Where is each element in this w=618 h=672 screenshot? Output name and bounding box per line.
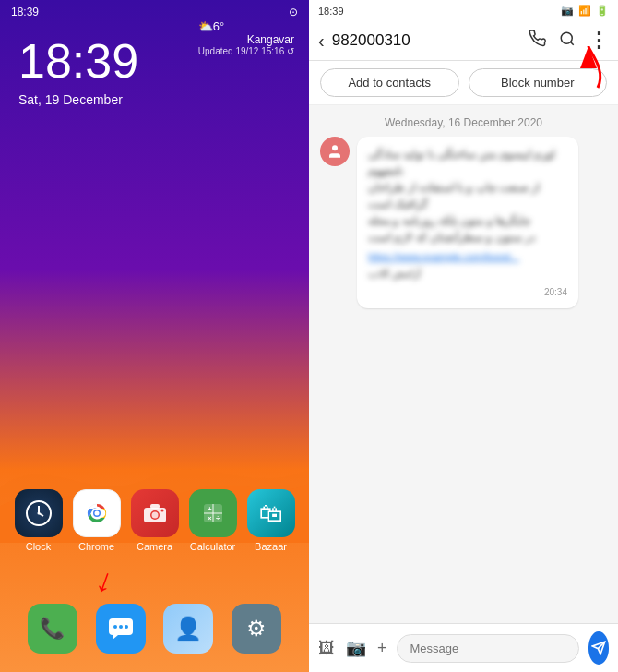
calculator-icon: + - × ÷ xyxy=(189,489,237,537)
message-text-line1: لورم ایپسوم متن ساختگی با تولید سادگی نا… xyxy=(368,148,555,177)
camera-attach-icon[interactable]: 📷 xyxy=(346,638,366,658)
svg-point-8 xyxy=(94,511,99,516)
app-chrome[interactable]: Chrome xyxy=(70,489,124,552)
message-text-line4: در ستون و سطرآنچنان که لازم است xyxy=(368,231,535,244)
svg-point-23 xyxy=(119,625,123,629)
right-status-bar: 18:39 📷 📶 🔋 xyxy=(309,0,618,21)
app-calculator[interactable]: + - × ÷ Calculator xyxy=(186,489,240,552)
right-time: 18:39 xyxy=(318,6,344,17)
weather-updated: Updated 19/12 15:16 ↺ xyxy=(198,46,294,56)
svg-point-3 xyxy=(37,512,40,515)
back-button[interactable]: ‹ xyxy=(318,30,325,52)
camera-icon xyxy=(131,489,179,537)
send-button[interactable] xyxy=(588,631,609,665)
dock-phone[interactable]: 📞 xyxy=(28,604,77,654)
clock-icon xyxy=(15,489,63,537)
left-panel: 18:39 ⊙ 18:39 Sat, 19 December ⛅ 6 ° Kan… xyxy=(0,0,309,672)
weather-city: Kangavar xyxy=(198,33,294,46)
sender-avatar xyxy=(320,137,350,166)
bottom-dock: 📞 👤 ⚙ xyxy=(0,604,309,654)
signal-icon-status: 📶 xyxy=(578,5,591,17)
svg-text:÷: ÷ xyxy=(216,514,220,522)
svg-text:-: - xyxy=(216,505,219,513)
message-area[interactable]: لورم ایپسوم متن ساختگی با تولید سادگی نا… xyxy=(309,137,618,623)
camera-label: Camera xyxy=(137,541,172,552)
message-text-line5: آرامش کاذب xyxy=(368,268,421,279)
svg-point-28 xyxy=(332,145,338,150)
app-bazaar[interactable]: 🛍 Bazaar xyxy=(244,489,298,552)
clock-label: Clock xyxy=(26,541,52,552)
right-status-icons: 📷 📶 🔋 xyxy=(561,5,609,17)
svg-text:×: × xyxy=(208,514,212,522)
bottom-input-icons: 🖼 📷 + xyxy=(318,638,387,658)
message-text-line2: از صنعت چاپ و با استفاده از طراحان گرافی… xyxy=(368,181,540,210)
bottom-input-bar: 🖼 📷 + xyxy=(309,623,618,672)
svg-point-13 xyxy=(160,510,163,512)
weather-temp-value: 6 xyxy=(213,19,220,33)
plus-icon[interactable]: + xyxy=(377,639,387,658)
message-item: لورم ایپسوم متن ساختگی با تولید سادگی نا… xyxy=(320,137,607,308)
app-clock[interactable]: Clock xyxy=(12,489,65,552)
weather-temp: ⛅ 6 ° xyxy=(198,17,294,33)
svg-point-24 xyxy=(125,625,128,629)
left-date: Sat, 19 December xyxy=(0,89,309,111)
svg-point-22 xyxy=(113,625,117,629)
weather-icon: ⛅ xyxy=(198,19,213,33)
dock-settings[interactable]: ⚙ xyxy=(232,604,281,654)
message-input[interactable] xyxy=(397,634,579,663)
image-attach-icon[interactable]: 🖼 xyxy=(318,639,335,658)
message-date-label: Wednesday, 16 December 2020 xyxy=(309,105,618,137)
svg-point-11 xyxy=(151,512,158,519)
call-button[interactable] xyxy=(529,30,546,52)
message-bubble: لورم ایپسوم متن ساختگی با تولید سادگی نا… xyxy=(357,137,578,308)
chrome-icon xyxy=(73,489,121,537)
add-to-contacts-button[interactable]: Add to contacts xyxy=(320,68,459,97)
left-time-small: 18:39 xyxy=(11,6,39,18)
bazaar-icon: 🛍 xyxy=(247,489,295,537)
svg-rect-12 xyxy=(150,504,160,509)
calculator-label: Calculator xyxy=(190,541,236,552)
message-text-line3: چاپگرها و متون بلکه روزنامه و مجله xyxy=(368,214,530,227)
weather-widget: ⛅ 6 ° Kangavar Updated 19/12 15:16 ↺ xyxy=(198,17,294,56)
left-red-arrow: ↓ xyxy=(90,559,119,602)
chrome-label: Chrome xyxy=(78,541,114,552)
right-panel: 18:39 📷 📶 🔋 ‹ 982000310 ⋮ xyxy=(309,0,618,672)
photo-icon-status: 📷 xyxy=(561,5,574,17)
dock-messages[interactable] xyxy=(96,604,146,654)
battery-icon-status: 🔋 xyxy=(596,5,609,17)
app-dock: Clock Chrome xyxy=(0,489,309,552)
app-camera[interactable]: Camera xyxy=(128,489,182,552)
message-link[interactable]: https://www.example.com/boost... xyxy=(368,249,567,265)
right-red-arrow xyxy=(561,42,607,101)
svg-text:+: + xyxy=(208,505,212,513)
message-time: 20:34 xyxy=(368,285,567,299)
dock-contacts[interactable]: 👤 xyxy=(163,604,213,654)
bazaar-label: Bazaar xyxy=(255,541,287,552)
phone-number-title: 982000310 xyxy=(332,31,522,50)
weather-unit: ° xyxy=(220,19,224,33)
